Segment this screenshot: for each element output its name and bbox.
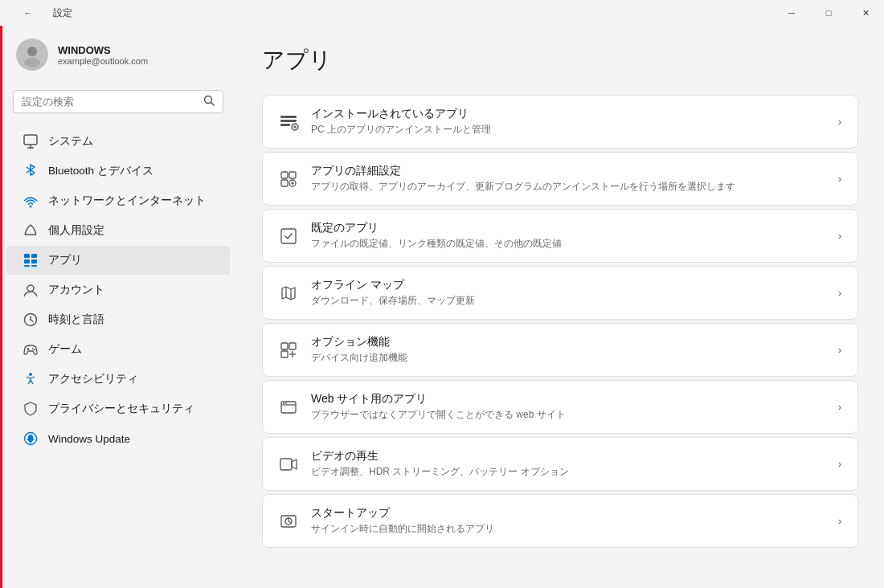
settings-item-installed-apps[interactable]: インストールされているアプリ PC 上のアプリのアンインストールと管理 ›: [262, 95, 858, 149]
titlebar-controls: ─ □ ✕: [773, 0, 884, 26]
svg-point-23: [29, 373, 32, 376]
optional-text: オプション機能 デバイス向け追加機能: [311, 335, 825, 365]
svg-rect-12: [31, 259, 37, 263]
default-apps-chevron: ›: [838, 231, 841, 242]
app-settings-desc: アプリの取得、アプリのアーカイブ、更新プログラムのアンインストールを行う場所を選…: [311, 180, 825, 194]
web-apps-title: Web サイト用のアプリ: [311, 392, 825, 406]
settings-item-web-apps[interactable]: Web サイト用のアプリ ブラウザーではなくアプリで開くことができる web サ…: [262, 380, 858, 434]
sidebar-item-accounts[interactable]: アカウント: [6, 276, 230, 304]
sidebar-item-apps[interactable]: アプリ: [6, 246, 230, 275]
offline-maps-title: オフライン マップ: [311, 278, 825, 292]
settings-list: インストールされているアプリ PC 上のアプリのアンインストールと管理 ›: [262, 95, 858, 548]
minimize-button[interactable]: ─: [773, 0, 810, 26]
app-settings-text: アプリの詳細設定 アプリの取得、アプリのアーカイブ、更新プログラムのアンインスト…: [311, 164, 825, 194]
startup-desc: サインイン時に自動的に開始されるアプリ: [311, 522, 825, 536]
avatar-icon: [16, 39, 48, 71]
settings-item-video[interactable]: ビデオの再生 ビデオ調整、HDR ストリーミング、バッテリー オプション ›: [262, 437, 858, 491]
default-apps-text: 既定のアプリ ファイルの既定値、リンク種類の既定値、その他の既定値: [311, 221, 825, 251]
svg-point-48: [285, 402, 287, 404]
svg-point-0: [27, 47, 37, 56]
privacy-icon: [23, 401, 39, 417]
svg-point-21: [32, 348, 34, 349]
svg-rect-49: [280, 459, 292, 470]
svg-rect-32: [289, 172, 296, 178]
offline-maps-text: オフライン マップ ダウンロード、保存場所、マップ更新: [311, 278, 825, 308]
titlebar: ← 設定 ─ □ ✕: [0, 0, 884, 26]
sidebar-item-windows-update[interactable]: Windows Update: [6, 424, 230, 453]
personalization-icon: [23, 223, 39, 239]
sidebar-item-gaming[interactable]: ゲーム: [6, 335, 230, 364]
svg-point-22: [34, 349, 35, 351]
optional-title: オプション機能: [311, 335, 825, 349]
bluetooth-icon: [23, 163, 39, 179]
sidebar-item-privacy[interactable]: プライバシーとセキュリティ: [6, 394, 230, 423]
settings-item-app-settings[interactable]: アプリの詳細設定 アプリの取得、アプリのアーカイブ、更新プログラムのアンインスト…: [262, 152, 858, 206]
svg-line-3: [211, 103, 215, 106]
installed-apps-chevron: ›: [838, 116, 841, 128]
app-settings-title: アプリの詳細設定: [311, 164, 825, 178]
svg-rect-13: [24, 265, 30, 267]
network-icon: [23, 193, 39, 209]
app-container: WINDOWS example@outlook.com: [0, 26, 884, 588]
svg-rect-25: [280, 116, 297, 118]
apps-icon: [23, 252, 39, 268]
svg-rect-27: [280, 124, 290, 126]
profile-name: WINDOWS: [58, 44, 148, 56]
video-title: ビデオの再生: [311, 449, 825, 463]
titlebar-title: 設定: [53, 6, 72, 20]
profile-info: WINDOWS example@outlook.com: [58, 44, 148, 66]
svg-point-15: [27, 285, 34, 292]
svg-rect-33: [281, 180, 288, 186]
update-icon: [23, 431, 39, 447]
settings-item-offline-maps[interactable]: オフライン マップ ダウンロード、保存場所、マップ更新 ›: [262, 266, 858, 320]
search-box: [13, 90, 223, 113]
search-container: [0, 84, 236, 123]
back-button[interactable]: ←: [10, 0, 47, 26]
sidebar-item-network[interactable]: ネットワークとインターネット: [6, 186, 230, 215]
web-apps-chevron: ›: [838, 402, 841, 413]
sidebar-item-apps-label: アプリ: [48, 253, 82, 267]
sidebar: WINDOWS example@outlook.com: [0, 26, 236, 588]
svg-rect-10: [31, 254, 37, 258]
sidebar-item-system[interactable]: システム: [6, 127, 230, 156]
svg-line-18: [31, 320, 33, 321]
sidebar-item-time[interactable]: 時刻と言語: [6, 305, 230, 334]
offline-maps-chevron: ›: [838, 288, 841, 299]
sidebar-item-network-label: ネットワークとインターネット: [48, 194, 206, 208]
web-apps-text: Web サイト用のアプリ ブラウザーではなくアプリで開くことができる web サ…: [311, 392, 825, 422]
svg-rect-9: [24, 254, 30, 258]
installed-apps-desc: PC 上のアプリのアンインストールと管理: [311, 123, 825, 137]
sidebar-item-accessibility[interactable]: アクセシビリティ: [6, 365, 230, 394]
svg-point-7: [30, 206, 32, 208]
settings-item-optional[interactable]: オプション機能 デバイス向け追加機能 ›: [262, 323, 858, 377]
accessibility-icon: [23, 371, 39, 387]
app-settings-chevron: ›: [838, 174, 841, 185]
maximize-button[interactable]: □: [810, 0, 847, 26]
titlebar-left: ← 設定: [10, 0, 72, 26]
svg-rect-11: [24, 259, 30, 263]
startup-text: スタートアップ サインイン時に自動的に開始されるアプリ: [311, 506, 825, 536]
profile-section[interactable]: WINDOWS example@outlook.com: [0, 26, 236, 84]
search-input[interactable]: [22, 96, 198, 108]
installed-apps-text: インストールされているアプリ PC 上のアプリのアンインストールと管理: [311, 107, 825, 137]
nav-list: システム Bluetooth とデバイス: [0, 123, 236, 588]
svg-rect-42: [281, 351, 288, 357]
sidebar-item-personalization-label: 個人用設定: [48, 223, 104, 238]
video-desc: ビデオ調整、HDR ストリーミング、バッテリー オプション: [311, 465, 825, 479]
settings-item-default-apps[interactable]: 既定のアプリ ファイルの既定値、リンク種類の既定値、その他の既定値 ›: [262, 209, 858, 263]
sidebar-item-personalization[interactable]: 個人用設定: [6, 216, 230, 245]
settings-item-startup[interactable]: スタートアップ サインイン時に自動的に開始されるアプリ ›: [262, 494, 858, 548]
accounts-icon: [23, 282, 39, 298]
startup-title: スタートアップ: [311, 506, 825, 521]
startup-chevron: ›: [838, 516, 841, 527]
sidebar-item-bluetooth[interactable]: Bluetooth とデバイス: [6, 157, 230, 186]
svg-rect-4: [24, 135, 37, 145]
svg-rect-37: [281, 229, 296, 243]
offline-maps-icon: [279, 284, 298, 303]
close-button[interactable]: ✕: [847, 0, 884, 26]
video-text: ビデオの再生 ビデオ調整、HDR ストリーミング、バッテリー オプション: [311, 449, 825, 479]
sidebar-item-windows-update-label: Windows Update: [48, 433, 130, 445]
default-apps-title: 既定のアプリ: [311, 221, 825, 235]
gaming-icon: [23, 341, 39, 357]
web-apps-icon: [279, 398, 298, 417]
